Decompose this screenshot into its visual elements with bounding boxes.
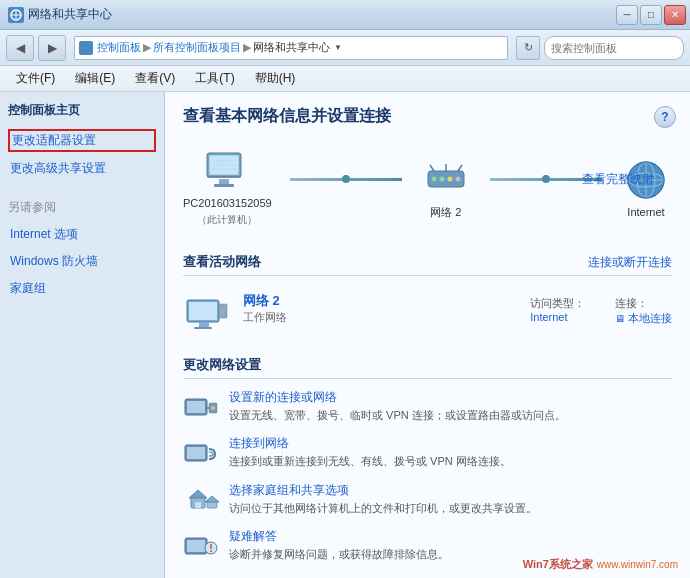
settings-desc-connect: 连接到或重新连接到无线、有线、拨号或 VPN 网络连接。 [229,454,672,469]
net-connector-1 [290,178,402,181]
help-button[interactable]: ? [654,106,676,128]
search-input[interactable] [551,42,689,54]
connection-label: 连接： [615,296,672,311]
settings-icon-connect [183,435,219,469]
svg-marker-40 [189,490,207,498]
network-icon [420,157,472,201]
menubar: 文件(F) 编辑(E) 查看(V) 工具(T) 帮助(H) [0,66,690,92]
back-button[interactable]: ◀ [6,35,34,61]
svg-rect-33 [187,401,205,413]
back-icon: ◀ [16,41,25,55]
breadcrumb-control-panel[interactable]: 控制面板 [97,40,141,55]
net-label-network: 网络 2 [430,205,461,220]
watermark-url: www.winwin7.com [597,559,678,570]
minimize-button[interactable]: ─ [616,5,638,25]
settings-item-new-connection: 设置新的连接或网络 设置无线、宽带、拨号、临时或 VPN 连接；或设置路由器或访… [183,389,672,423]
sidebar-other-section: 另请参阅 Internet 选项 Windows 防火墙 家庭组 [8,199,156,299]
svg-rect-29 [194,327,212,329]
watermark: Win7系统之家 www.winwin7.com [523,557,678,572]
svg-point-35 [211,406,215,410]
svg-rect-45 [187,540,205,552]
window-title: 网络和共享中心 [28,6,112,23]
sidebar-link-firewall[interactable]: Windows 防火墙 [8,251,156,272]
svg-rect-28 [199,322,209,327]
menu-view[interactable]: 查看(V) [127,67,183,90]
access-type-value: Internet [530,311,585,323]
net-label-pc: PC201603152059 [183,197,272,209]
settings-link-new-connection[interactable]: 设置新的连接或网络 [229,389,672,406]
title-bar-left: 网络和共享中心 [8,6,112,23]
sidebar: 控制面板主页 更改适配器设置 更改高级共享设置 另请参阅 Internet 选项… [0,92,165,578]
net-label-internet: Internet [627,206,664,218]
network-diagram-container: PC201603152059 （此计算机） [183,141,672,235]
refresh-icon: ↻ [524,41,533,54]
toolbar: ◀ ▶ 控制面板 ▶ 所有控制面板项目 ▶ 网络和共享中心 ▼ ↻ 🔍 [0,30,690,66]
main-container: 控制面板主页 更改适配器设置 更改高级共享设置 另请参阅 Internet 选项… [0,92,690,578]
svg-rect-7 [214,184,234,187]
settings-content-connect: 连接到网络 连接到或重新连接到无线、有线、拨号或 VPN 网络连接。 [229,435,672,469]
forward-icon: ▶ [48,41,57,55]
settings-icon-troubleshoot [183,528,219,562]
svg-marker-43 [205,496,219,502]
menu-help[interactable]: 帮助(H) [247,67,304,90]
settings-icon-new-connection [183,389,219,423]
address-text: 控制面板 ▶ 所有控制面板项目 ▶ 网络和共享中心 [97,40,330,55]
title-bar-controls: ─ □ ✕ [616,5,686,25]
sidebar-other-title: 另请参阅 [8,199,156,216]
address-dropdown-icon[interactable]: ▼ [334,43,342,52]
access-type-label: 访问类型： [530,296,585,311]
svg-line-17 [430,165,434,171]
breadcrumb-all-items[interactable]: 所有控制面板项目 [153,40,241,55]
settings-content-homegroup: 选择家庭组和共享选项 访问位于其他网络计算机上的文件和打印机，或更改共享设置。 [229,482,672,516]
settings-link-homegroup[interactable]: 选择家庭组和共享选项 [229,482,672,499]
connection-icon: 🖥 [615,313,628,324]
menu-file[interactable]: 文件(F) [8,67,63,90]
svg-point-15 [447,176,452,181]
network-name[interactable]: 网络 2 [243,292,518,310]
svg-point-14 [439,176,444,181]
svg-point-13 [431,176,436,181]
net-node-internet: Internet [620,158,672,218]
pc-icon [201,149,253,193]
menu-edit[interactable]: 编辑(E) [67,67,123,90]
menu-tools[interactable]: 工具(T) [187,67,242,90]
connector-dot-2 [542,175,550,183]
settings-link-troubleshoot[interactable]: 疑难解答 [229,528,672,545]
connection-group: 连接： 🖥 本地连接 [615,296,672,326]
active-section-title: 查看活动网络 [183,253,261,271]
svg-point-16 [455,176,460,181]
network-diagram: PC201603152059 （此计算机） [183,141,672,235]
view-map-link[interactable]: 查看完整映射 [582,171,654,188]
address-bar[interactable]: 控制面板 ▶ 所有控制面板项目 ▶ 网络和共享中心 ▼ [74,36,508,60]
network-type: 工作网络 [243,310,518,325]
settings-item-connect: 连接到网络 连接到或重新连接到无线、有线、拨号或 VPN 网络连接。 [183,435,672,469]
active-network: 网络 2 工作网络 访问类型： Internet 连接： 🖥 本地连接 [183,284,672,340]
net-node-network: 网络 2 [420,157,472,220]
sidebar-link-homegroup[interactable]: 家庭组 [8,278,156,299]
net-node-pc: PC201603152059 （此计算机） [183,149,272,227]
connect-disconnect-link[interactable]: 连接或断开连接 [588,254,672,271]
sidebar-link-sharing[interactable]: 更改高级共享设置 [8,158,156,179]
network-info: 网络 2 工作网络 [243,292,518,325]
svg-line-19 [458,165,462,171]
content-area: 查看基本网络信息并设置连接 ? [165,92,690,578]
svg-rect-3 [81,43,91,53]
settings-content-new-connection: 设置新的连接或网络 设置无线、宽带、拨号、临时或 VPN 连接；或设置路由器或访… [229,389,672,423]
settings-link-connect[interactable]: 连接到网络 [229,435,672,452]
sidebar-section-title: 控制面板主页 [8,102,156,121]
content-title: 查看基本网络信息并设置连接 [183,106,672,127]
connector-dot-1 [342,175,350,183]
search-bar[interactable]: 🔍 [544,36,684,60]
close-button[interactable]: ✕ [664,5,686,25]
access-type-group: 访问类型： Internet [530,296,585,326]
forward-button[interactable]: ▶ [38,35,66,61]
sidebar-link-internet-options[interactable]: Internet 选项 [8,224,156,245]
settings-desc-new-connection: 设置无线、宽带、拨号、临时或 VPN 连接；或设置路由器或访问点。 [229,408,672,423]
title-bar: 网络和共享中心 ─ □ ✕ [0,0,690,30]
sidebar-link-adapter[interactable]: 更改适配器设置 [8,129,156,152]
watermark-text: Win7系统之家 [523,557,593,572]
refresh-button[interactable]: ↻ [516,36,540,60]
connection-value[interactable]: 🖥 本地连接 [615,311,672,326]
window-icon [8,7,24,23]
maximize-button[interactable]: □ [640,5,662,25]
